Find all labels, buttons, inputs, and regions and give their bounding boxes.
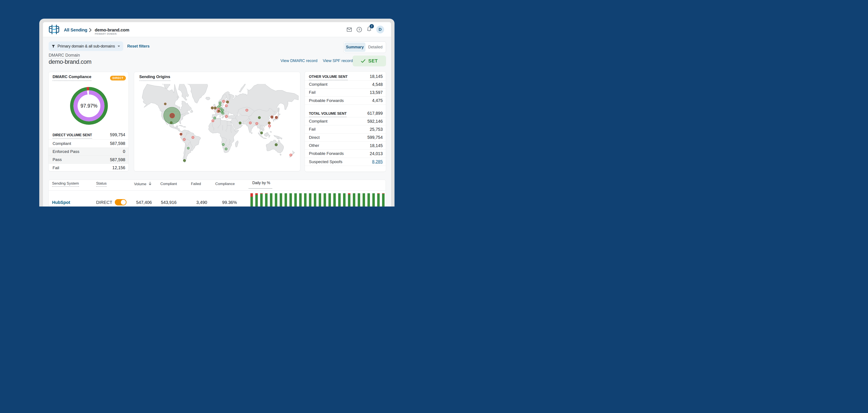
svg-text:?: ? <box>358 28 360 31</box>
svg-text:97.97%: 97.97% <box>81 103 97 109</box>
